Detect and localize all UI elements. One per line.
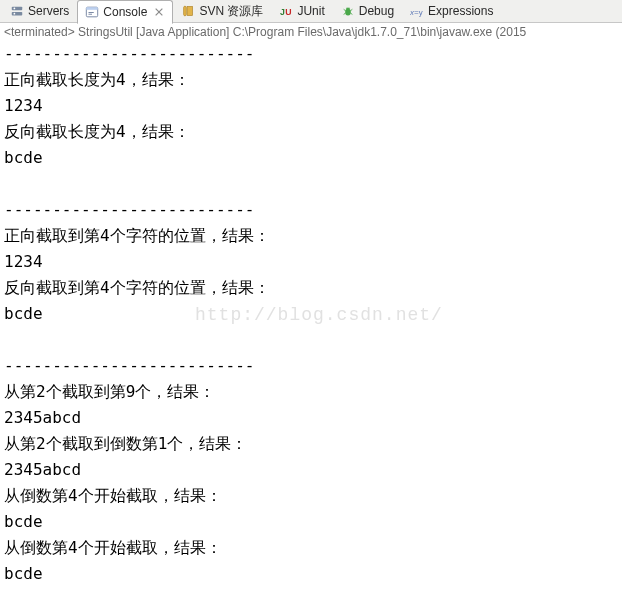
svg-rect-7 — [89, 13, 93, 14]
tab-debug-label: Debug — [359, 0, 394, 22]
console-line: bcde — [4, 301, 618, 327]
console-line: 从倒数第4个开始截取，结果： — [4, 535, 618, 561]
console-line: bcde — [4, 145, 618, 171]
svg-point-18 — [346, 8, 348, 10]
terminated-status: <terminated> StringsUtil [Java Applicati… — [0, 23, 622, 39]
console-line: 正向截取到第4个字符的位置，结果： — [4, 223, 618, 249]
svg-point-13 — [345, 8, 351, 15]
svg-point-2 — [14, 8, 16, 10]
svg-point-3 — [14, 13, 16, 15]
bug-icon — [341, 4, 355, 18]
tab-servers-label: Servers — [28, 0, 69, 22]
svg-text:x=: x= — [410, 8, 419, 17]
svg-point-19 — [348, 8, 350, 10]
svn-icon — [181, 4, 195, 18]
console-line: 2345abcd — [4, 405, 618, 431]
tab-svn[interactable]: SVN 资源库 — [173, 0, 271, 23]
tab-junit[interactable]: JU JUnit — [271, 0, 332, 23]
svg-rect-5 — [87, 7, 98, 10]
servers-icon — [10, 4, 24, 18]
console-output: --------------------------正向截取长度为4，结果：12… — [0, 39, 622, 591]
console-line — [4, 171, 618, 197]
svg-line-15 — [350, 9, 352, 11]
tab-junit-label: JUnit — [297, 0, 324, 22]
console-line: 1234 — [4, 249, 618, 275]
console-line: 1234 — [4, 93, 618, 119]
console-line: -------------------------- — [4, 197, 618, 223]
svg-text:U: U — [286, 7, 292, 17]
tab-svn-label: SVN 资源库 — [199, 0, 263, 22]
tab-console-label: Console — [103, 1, 147, 23]
tab-servers[interactable]: Servers — [2, 0, 77, 23]
close-icon[interactable] — [153, 6, 165, 18]
svg-rect-0 — [12, 7, 23, 11]
console-line: bcde — [4, 561, 618, 587]
tab-expressions-label: Expressions — [428, 0, 493, 22]
svg-text:y: y — [419, 8, 423, 17]
console-line: 正向截取长度为4，结果： — [4, 67, 618, 93]
svg-rect-10 — [188, 7, 193, 16]
console-line: 从第2个截取到倒数第1个，结果： — [4, 431, 618, 457]
tab-debug[interactable]: Debug — [333, 0, 402, 23]
svg-line-14 — [343, 9, 345, 11]
tab-expressions[interactable]: x=y Expressions — [402, 0, 501, 23]
console-line: 2345abcd — [4, 457, 618, 483]
svg-line-17 — [350, 13, 352, 15]
expressions-icon: x=y — [410, 4, 424, 18]
console-line: -------------------------- — [4, 41, 618, 67]
console-line: 从第2个截取到第9个，结果： — [4, 379, 618, 405]
console-line: 反向截取长度为4，结果： — [4, 119, 618, 145]
svg-rect-6 — [89, 12, 94, 13]
svg-rect-1 — [12, 12, 23, 16]
console-line — [4, 327, 618, 353]
svg-line-16 — [343, 13, 345, 15]
junit-icon: JU — [279, 4, 293, 18]
console-line: 从倒数第4个开始截取，结果： — [4, 483, 618, 509]
tab-console[interactable]: Console — [77, 0, 173, 24]
view-tab-bar: Servers Console SVN 资源库 JU JUnit Debug x… — [0, 0, 622, 23]
console-line: bcde — [4, 509, 618, 535]
svg-text:J: J — [280, 7, 285, 17]
console-line: -------------------------- — [4, 353, 618, 379]
console-icon — [85, 5, 99, 19]
console-line: 反向截取到第4个字符的位置，结果： — [4, 275, 618, 301]
